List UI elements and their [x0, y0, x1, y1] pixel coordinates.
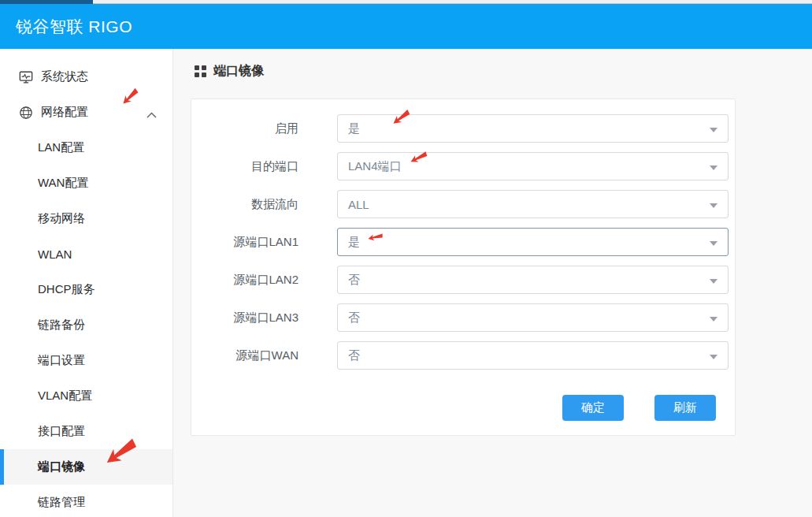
- sidebar-item-label: 端口镜像: [38, 459, 85, 474]
- field-label-src-wan: 源端口WAN: [191, 348, 298, 363]
- sidebar-item-dhcp-service[interactable]: DHCP服务: [0, 272, 172, 307]
- sidebar-item-label: WLAN: [38, 247, 72, 261]
- sidebar-submenu: LAN配置WAN配置移动网络WLANDHCP服务链路备份端口设置VLAN配置接口…: [0, 130, 172, 517]
- sidebar-item-lan-config[interactable]: LAN配置: [0, 130, 172, 166]
- sidebar-item-system-status[interactable]: 系统状态: [0, 59, 172, 95]
- field-label-src-lan1: 源端口LAN1: [191, 235, 298, 250]
- app-header: 锐谷智联 RIGO: [0, 4, 812, 49]
- form-row-dest-port: 目的端口LAN4端口: [191, 152, 735, 180]
- form-row-src-lan1: 源端口LAN1是: [191, 228, 735, 256]
- dropdown-arrow-icon: [710, 317, 717, 322]
- sidebar-item-network-config[interactable]: 网络配置: [0, 95, 172, 130]
- field-label-enable: 启用: [191, 121, 298, 136]
- page-title-row: 端口镜像: [195, 63, 264, 80]
- sidebar-item-wlan[interactable]: WLAN: [0, 236, 172, 272]
- confirm-button[interactable]: 确定: [562, 395, 624, 421]
- sidebar-item-link-backup[interactable]: 链路备份: [0, 307, 172, 343]
- sidebar-item-port-mirror[interactable]: 端口镜像: [0, 449, 172, 485]
- dropdown-arrow-icon: [710, 241, 717, 246]
- chevron-up-icon[interactable]: [146, 107, 157, 113]
- sidebar-item-label: 端口设置: [38, 353, 85, 368]
- dropdown-arrow-icon: [710, 128, 717, 132]
- select-value: 否: [338, 311, 360, 325]
- sidebar-item-label: 系统状态: [41, 69, 88, 84]
- page-title: 端口镜像: [213, 63, 264, 80]
- select-value: 是: [338, 235, 360, 250]
- field-label-src-lan3: 源端口LAN3: [191, 311, 298, 325]
- sidebar-item-link-management[interactable]: 链路管理: [0, 485, 172, 517]
- select-src-wan[interactable]: 否: [337, 341, 729, 370]
- select-enable[interactable]: 是: [337, 114, 729, 143]
- select-value: 否: [338, 348, 360, 363]
- form-row-enable: 启用是: [191, 114, 735, 143]
- sidebar: 系统状态 网络配置 LAN配置WAN配置移动网络WLANDHCP服务链路备份端口…: [0, 49, 173, 517]
- sidebar-item-port-settings[interactable]: 端口设置: [0, 343, 172, 378]
- refresh-button[interactable]: 刷新: [654, 395, 716, 421]
- select-src-lan1[interactable]: 是: [337, 228, 729, 256]
- sidebar-item-interface-config[interactable]: 接口配置: [0, 414, 172, 449]
- dropdown-arrow-icon: [710, 279, 717, 284]
- main-content: 端口镜像 启用是目的端口LAN4端口数据流向ALL源端口LAN1是源端口LAN2…: [173, 49, 812, 517]
- select-src-lan3[interactable]: 否: [337, 303, 729, 332]
- sidebar-item-label: 接口配置: [38, 424, 85, 439]
- grid-icon: [195, 65, 206, 77]
- select-value: 是: [338, 121, 360, 136]
- dropdown-arrow-icon: [710, 166, 717, 170]
- port-mirror-panel: 启用是目的端口LAN4端口数据流向ALL源端口LAN1是源端口LAN2否源端口L…: [191, 99, 736, 436]
- field-label-data-flow: 数据流向: [191, 197, 298, 212]
- select-value: ALL: [338, 198, 369, 211]
- sidebar-item-label: LAN配置: [38, 140, 84, 155]
- select-value: LAN4端口: [338, 159, 402, 174]
- sidebar-item-label: 移动网络: [38, 211, 85, 226]
- form-row-src-lan3: 源端口LAN3否: [191, 303, 735, 332]
- sidebar-item-label: VLAN配置: [38, 389, 92, 404]
- field-label-dest-port: 目的端口: [191, 159, 298, 174]
- active-indicator-bar: [0, 449, 4, 485]
- form-row-src-wan: 源端口WAN否: [191, 341, 735, 370]
- select-dest-port[interactable]: LAN4端口: [337, 152, 729, 180]
- select-data-flow[interactable]: ALL: [337, 190, 729, 218]
- sidebar-item-label: DHCP服务: [38, 282, 95, 297]
- form-rows: 启用是目的端口LAN4端口数据流向ALL源端口LAN1是源端口LAN2否源端口L…: [191, 114, 735, 370]
- sidebar-item-wan-config[interactable]: WAN配置: [0, 166, 172, 201]
- field-label-src-lan2: 源端口LAN2: [191, 273, 298, 288]
- globe-icon: [19, 106, 33, 120]
- sidebar-item-label: 网络配置: [41, 105, 88, 120]
- sidebar-item-label: WAN配置: [38, 176, 88, 191]
- sidebar-item-mobile-network[interactable]: 移动网络: [0, 201, 172, 236]
- monitor-icon: [19, 70, 33, 84]
- dropdown-arrow-icon: [710, 203, 717, 208]
- dropdown-arrow-icon: [710, 355, 717, 359]
- sidebar-item-label: 链路管理: [38, 495, 85, 510]
- sidebar-item-label: 链路备份: [38, 318, 85, 333]
- app-title: 锐谷智联 RIGO: [0, 16, 132, 38]
- button-row: 确定刷新: [191, 395, 735, 421]
- select-src-lan2[interactable]: 否: [337, 266, 729, 294]
- form-row-src-lan2: 源端口LAN2否: [191, 266, 735, 294]
- form-row-data-flow: 数据流向ALL: [191, 190, 735, 218]
- select-value: 否: [338, 273, 360, 288]
- sidebar-item-vlan-config[interactable]: VLAN配置: [0, 378, 172, 414]
